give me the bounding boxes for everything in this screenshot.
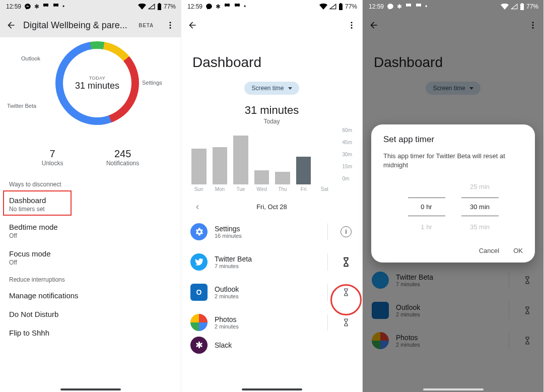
gesture-handle[interactable]	[242, 388, 302, 390]
discord-icon-2	[52, 4, 59, 10]
back-icon[interactable]	[6, 20, 16, 30]
bar-tue[interactable]	[233, 136, 248, 184]
battery-text: 77%	[345, 3, 357, 10]
app-row-twitter[interactable]: Twitter Beta7 minutes	[181, 247, 362, 277]
info-icon[interactable]: i	[339, 225, 353, 239]
section-disconnect: Ways to disconnect	[0, 176, 181, 191]
svg-point-0	[170, 22, 171, 23]
day-nav: Fri, Oct 28	[181, 197, 362, 217]
svg-point-1	[170, 25, 171, 26]
clock: 12:59	[369, 3, 384, 10]
chart-x-labels: SunMonTueWedThuFriSat	[191, 186, 332, 192]
pane-dashboard: 12:59 ✱ • 77% Dashboard Screen time 31 m…	[181, 0, 363, 392]
app-bar	[181, 13, 362, 37]
page-title: Digital Wellbeing & pare...	[23, 20, 131, 31]
discord-icon	[42, 4, 49, 10]
hourglass-icon[interactable]	[339, 255, 353, 269]
donut-legend-twitter: Twitter Beta	[7, 103, 36, 109]
dnd-item[interactable]: Do Not Disturb	[0, 305, 181, 323]
overflow-menu-icon[interactable]	[166, 21, 175, 30]
dashboard-item[interactable]: Dashboard No timers set	[0, 191, 181, 218]
prev-day-icon[interactable]	[194, 204, 200, 210]
battery-icon	[520, 3, 524, 10]
notifications-stat[interactable]: 245 Notifications	[106, 148, 139, 167]
wifi-icon	[319, 4, 327, 10]
wifi-icon	[138, 4, 146, 10]
signal-icon	[329, 4, 336, 10]
battery-text: 77%	[164, 3, 176, 10]
more-notifications-dot: •	[62, 3, 64, 10]
donut-legend-settings: Settings	[142, 80, 162, 86]
status-bar: 12:59 ✱ • 77%	[181, 0, 362, 13]
svg-point-5	[351, 27, 353, 29]
set-timer-dialog: Set app timer This app timer for Twitter…	[371, 124, 535, 263]
flip-item[interactable]: Flip to Shhh	[0, 323, 181, 342]
signal-icon	[511, 4, 518, 10]
gesture-handle[interactable]	[60, 388, 121, 390]
bar-mon[interactable]	[213, 147, 228, 184]
slack-icon: ✱	[34, 3, 39, 10]
clock: 12:59	[187, 3, 202, 10]
section-reduce: Reduce interruptions	[0, 271, 181, 286]
more-notifications-dot: •	[244, 3, 246, 10]
svg-point-4	[351, 25, 353, 26]
status-bar: 12:59 ✱ • 77%	[0, 0, 181, 13]
messenger-icon	[24, 3, 31, 10]
discord-icon	[405, 4, 412, 10]
bar-wed[interactable]	[254, 170, 269, 184]
hour-column[interactable]: 0 hr 1 hr	[408, 179, 445, 235]
bar-fri[interactable]	[296, 157, 311, 184]
back-icon[interactable]	[187, 20, 197, 30]
svg-point-3	[351, 22, 353, 23]
screen-time-chip[interactable]: Screen time	[244, 82, 299, 95]
manage-notifications-item[interactable]: Manage notifications	[0, 286, 181, 305]
pane-timer-dialog: 12:59 ✱ • 77% Dashboard Screen time	[363, 0, 544, 392]
discord-icon	[224, 4, 231, 10]
app-row-photos[interactable]: Photos2 minutes	[181, 307, 362, 338]
donut-label: TODAY	[89, 76, 106, 81]
overflow-menu-icon[interactable]	[347, 21, 356, 30]
time-picker[interactable]: 0 hr 1 hr 25 min 30 min 35 min	[383, 179, 523, 235]
bedtime-item[interactable]: Bedtime mode Off	[0, 218, 181, 244]
usage-bar-chart[interactable]: 60m45m30m15m0m	[191, 131, 352, 184]
cancel-button[interactable]: Cancel	[479, 247, 499, 254]
app-bar: Digital Wellbeing & pare... BETA	[0, 13, 181, 37]
bar-thu[interactable]	[275, 172, 290, 184]
svg-point-2	[170, 27, 171, 29]
total-time: 31 minutes Today	[181, 104, 362, 125]
messenger-icon	[387, 3, 394, 10]
messenger-icon	[206, 3, 213, 10]
status-bar: 12:59 ✱ • 77%	[363, 0, 543, 13]
slack-app-icon: ✱	[190, 337, 208, 354]
gesture-handle[interactable]	[423, 388, 484, 390]
pane-wellbeing: 12:59 ✱ • 77% Digital Wellbeing & pare..…	[0, 0, 181, 392]
app-row-outlook[interactable]: O Outlook2 minutes	[181, 277, 362, 307]
discord-icon-2	[415, 4, 422, 10]
slack-icon: ✱	[397, 3, 402, 10]
minute-column[interactable]: 25 min 30 min 35 min	[461, 179, 499, 235]
hourglass-icon[interactable]	[339, 315, 353, 330]
battery-icon	[157, 3, 162, 10]
app-row-slack[interactable]: ✱ Slack	[181, 338, 362, 353]
dialog-title: Set app timer	[383, 135, 523, 145]
chevron-down-icon	[288, 87, 292, 90]
focus-item[interactable]: Focus mode Off	[0, 244, 181, 271]
wifi-icon	[501, 4, 509, 10]
bar-sun[interactable]	[191, 149, 207, 184]
slack-icon: ✱	[216, 3, 221, 10]
usage-donut[interactable]: TODAY 31 minutes Outlook Settings Twitte…	[0, 37, 181, 143]
current-date: Fri, Oct 28	[256, 203, 287, 211]
donut-value: 31 minutes	[75, 81, 119, 91]
twitter-app-icon	[190, 253, 208, 271]
hourglass-icon[interactable]	[339, 285, 353, 299]
stats-row: 7 Unlocks 245 Notifications	[20, 148, 161, 167]
unlocks-stat[interactable]: 7 Unlocks	[42, 148, 63, 167]
more-notifications-dot: •	[425, 3, 427, 10]
ok-button[interactable]: OK	[513, 247, 523, 254]
discord-icon-2	[234, 4, 241, 10]
app-row-settings[interactable]: Settings16 minutes i	[181, 217, 362, 247]
app-list: Settings16 minutes i Twitter Beta7 minut…	[181, 217, 362, 358]
dialog-message: This app timer for Twitter Beta will res…	[383, 152, 523, 170]
minute-selected: 30 min	[461, 198, 499, 216]
battery-icon	[338, 3, 343, 10]
